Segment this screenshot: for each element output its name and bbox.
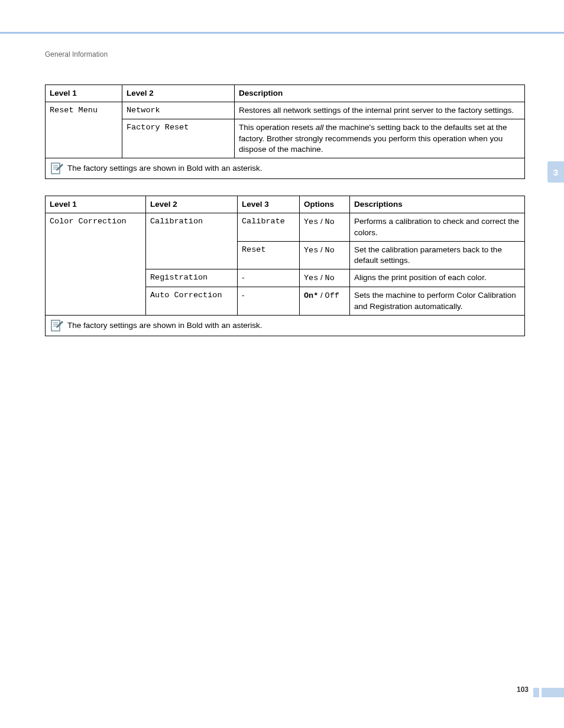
note-icon — [50, 319, 64, 332]
cell-level3: - — [238, 269, 300, 287]
section-header: General Information — [45, 50, 108, 58]
cell-options: Yes / No — [300, 269, 350, 287]
table-note-text: The factory settings are shown in Bold w… — [67, 320, 262, 331]
col-descriptions: Descriptions — [350, 196, 525, 213]
page: General Information 3 Level 1 Level 2 De… — [0, 0, 564, 728]
table-header-row: Level 1 Level 2 Description — [46, 85, 525, 102]
desc-italic: all — [316, 123, 324, 132]
opt-b: No — [325, 217, 335, 226]
cell-level3: Calibrate — [238, 213, 300, 241]
cell-level3: - — [238, 287, 300, 315]
col-level1: Level 1 — [46, 196, 146, 213]
col-level2: Level 2 — [122, 85, 235, 102]
cell-level2: Auto Correction — [146, 287, 238, 315]
footer-accent — [533, 688, 539, 697]
cell-level1: Reset Menu — [46, 102, 122, 158]
reset-menu-table: Level 1 Level 2 Description Reset Menu N… — [45, 84, 525, 179]
col-level3: Level 3 — [238, 196, 300, 213]
opt-sep: / — [318, 217, 325, 226]
opt-sep: / — [318, 291, 325, 300]
table-note-cell: The factory settings are shown in Bold w… — [46, 158, 525, 179]
footer-accent — [542, 688, 564, 697]
table-note-row: The factory settings are shown in Bold w… — [46, 158, 525, 179]
col-level2: Level 2 — [146, 196, 238, 213]
cell-description: This operation resets all the machine's … — [235, 119, 525, 158]
cell-description: Restores all network settings of the int… — [235, 102, 525, 119]
cell-level3: Reset — [238, 241, 300, 269]
cell-level2: Factory Reset — [122, 119, 235, 158]
chapter-tab: 3 — [547, 161, 564, 183]
cell-options: On* / Off — [300, 287, 350, 315]
table-note-row: The factory settings are shown in Bold w… — [46, 315, 525, 336]
cell-description: Sets the machine to perform Color Calibr… — [350, 287, 525, 315]
content-area: Level 1 Level 2 Description Reset Menu N… — [45, 84, 525, 336]
cell-description: Aligns the print position of each color. — [350, 269, 525, 287]
page-number: 103 — [517, 685, 529, 694]
cell-level2: Registration — [146, 269, 238, 287]
table-note-text: The factory settings are shown in Bold w… — [67, 163, 262, 174]
cell-level2: Network — [122, 102, 235, 119]
cell-options: Yes / No — [300, 241, 350, 269]
cell-description: Set the calibration parameters back to t… — [350, 241, 525, 269]
opt-a: Yes — [304, 246, 318, 255]
cell-options: Yes / No — [300, 213, 350, 241]
opt-a: Yes — [304, 217, 318, 226]
table-row: Color Correction Calibration Calibrate Y… — [46, 213, 525, 241]
col-description: Description — [235, 85, 525, 102]
top-accent-bar — [0, 32, 564, 34]
opt-b: No — [325, 274, 335, 282]
opt-sep: / — [318, 245, 325, 254]
opt-a: Yes — [304, 274, 318, 282]
table-note-cell: The factory settings are shown in Bold w… — [46, 315, 525, 336]
col-options: Options — [300, 196, 350, 213]
opt-sep: / — [318, 273, 325, 282]
col-level1: Level 1 — [46, 85, 122, 102]
opt-bold: On* — [304, 291, 318, 300]
cell-level1: Color Correction — [46, 213, 146, 316]
table-row: Reset Menu Network Restores all network … — [46, 102, 525, 119]
opt-b: No — [325, 246, 335, 255]
color-correction-table: Level 1 Level 2 Level 3 Options Descript… — [45, 196, 525, 336]
table-header-row: Level 1 Level 2 Level 3 Options Descript… — [46, 196, 525, 213]
cell-level2: Calibration — [146, 213, 238, 269]
note-icon — [50, 162, 64, 175]
opt-b: Off — [325, 291, 339, 300]
desc-pre: This operation resets — [239, 123, 316, 132]
cell-description: Performs a calibration to check and corr… — [350, 213, 525, 241]
